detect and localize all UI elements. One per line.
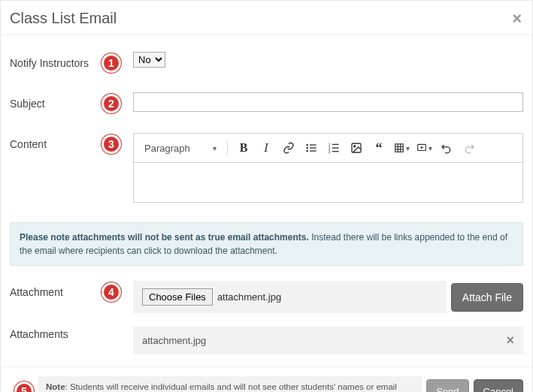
- notify-instructors-label: Notify Instructors: [10, 57, 89, 69]
- chevron-down-icon: ▾: [213, 144, 217, 152]
- footer-note-strong: Note: [46, 382, 65, 391]
- table-icon[interactable]: ▾: [392, 138, 411, 158]
- svg-rect-5: [310, 150, 316, 151]
- svg-rect-14: [395, 144, 403, 152]
- row-notify-instructors: Notify Instructors 1 No: [10, 52, 523, 73]
- content-textarea[interactable]: [134, 163, 522, 202]
- callout-badge-4: 4: [101, 282, 121, 302]
- modal-footer: 5 Note: Students will receive individual…: [1, 366, 532, 392]
- choose-files-button[interactable]: Choose Files: [142, 288, 213, 306]
- file-chooser: Choose Files attachment.jpg: [133, 281, 447, 313]
- svg-rect-3: [310, 144, 316, 145]
- subject-input[interactable]: [133, 92, 523, 112]
- modal-title: Class List Email: [10, 10, 117, 27]
- row-subject: Subject 2: [10, 92, 523, 113]
- chevron-down-icon: ▾: [429, 144, 432, 152]
- callout-badge-2: 2: [101, 94, 121, 113]
- row-attachments-list: Attachments attachment.jpg ×: [10, 327, 523, 354]
- modal-header: Class List Email ×: [1, 1, 532, 35]
- svg-rect-9: [332, 144, 339, 145]
- rich-text-editor: Paragraph ▾ B I 123: [133, 133, 523, 203]
- callout-badge-3: 3: [101, 134, 121, 154]
- notify-instructors-select[interactable]: No: [133, 52, 165, 68]
- image-icon[interactable]: [347, 138, 366, 158]
- redo-icon[interactable]: [459, 138, 479, 158]
- remove-attachment-icon[interactable]: ×: [506, 333, 514, 348]
- row-content: Content 3 Paragraph ▾ B I: [10, 133, 523, 203]
- cancel-button[interactable]: Cancel: [474, 379, 523, 393]
- attachment-item: attachment.jpg ×: [133, 327, 523, 354]
- numbered-list-icon[interactable]: 123: [324, 138, 344, 158]
- attachment-label: Attachment: [10, 286, 63, 298]
- row-attachment: Attachment 4 Choose Files attachment.jpg…: [10, 281, 523, 313]
- subject-label: Subject: [10, 98, 45, 110]
- svg-point-13: [354, 146, 356, 147]
- svg-rect-4: [310, 147, 316, 148]
- svg-marker-20: [420, 146, 423, 149]
- class-list-email-modal: Class List Email × Notify Instructors 1 …: [0, 0, 533, 392]
- send-button[interactable]: Send: [426, 379, 468, 393]
- quote-icon[interactable]: “: [369, 138, 389, 158]
- svg-rect-10: [332, 147, 339, 148]
- italic-icon[interactable]: I: [256, 138, 276, 158]
- callout-badge-1: 1: [101, 53, 121, 73]
- close-icon[interactable]: ×: [512, 11, 522, 27]
- footer-note: Note: Students will receive individual e…: [38, 376, 422, 392]
- media-icon[interactable]: ▾: [414, 138, 434, 158]
- callout-badge-5: 5: [14, 381, 34, 392]
- selected-file-name: attachment.jpg: [217, 291, 281, 303]
- content-label: Content: [10, 138, 47, 150]
- attachment-note: Please note attachments will not be sent…: [10, 222, 523, 266]
- attachments-label: Attachments: [10, 328, 68, 340]
- undo-icon[interactable]: [437, 138, 456, 158]
- block-format-value: Paragraph: [144, 143, 190, 154]
- attachment-item-name: attachment.jpg: [142, 335, 206, 346]
- block-format-select[interactable]: Paragraph ▾: [140, 141, 221, 155]
- svg-text:3: 3: [329, 150, 331, 154]
- bullet-list-icon[interactable]: [301, 138, 321, 158]
- modal-body: Notify Instructors 1 No Subject 2 Conten…: [1, 35, 532, 366]
- svg-point-1: [306, 147, 308, 149]
- link-icon[interactable]: [279, 138, 298, 158]
- svg-rect-11: [332, 151, 339, 152]
- attachment-note-strong: Please note attachments will not be sent…: [20, 232, 309, 243]
- attach-file-button[interactable]: Attach File: [451, 283, 523, 312]
- bold-icon[interactable]: B: [234, 138, 253, 158]
- svg-point-2: [306, 150, 308, 152]
- chevron-down-icon: ▾: [406, 144, 410, 152]
- svg-point-0: [306, 144, 308, 146]
- footer-note-rest: : Students will receive individual email…: [46, 382, 397, 392]
- editor-toolbar: Paragraph ▾ B I 123: [134, 134, 522, 163]
